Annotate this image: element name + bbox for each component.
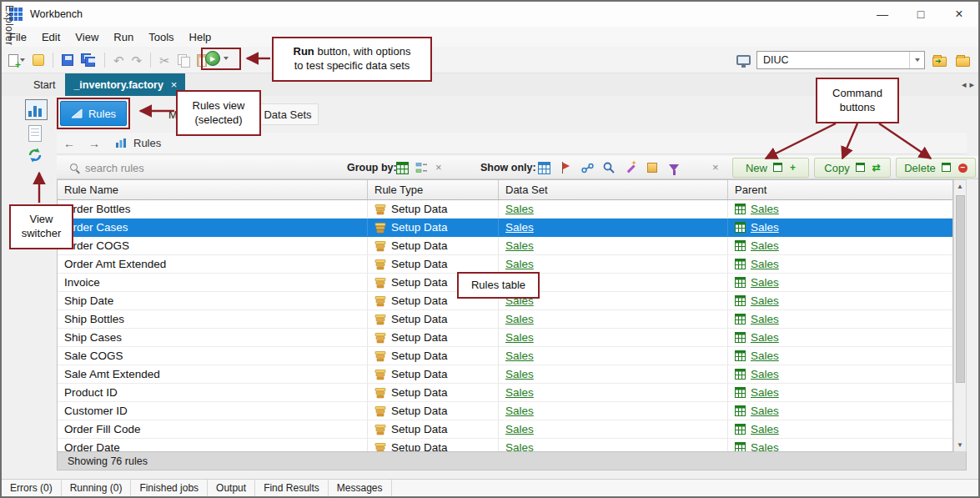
dataset-link[interactable]: Sales <box>505 386 534 399</box>
copy-button[interactable] <box>176 53 191 68</box>
parent-link[interactable]: Sales <box>751 423 779 435</box>
scroll-down-icon[interactable]: ▼ <box>954 439 966 451</box>
close-tab-icon[interactable]: × <box>171 78 178 91</box>
group-by-table-button[interactable] <box>394 160 410 175</box>
search-input[interactable] <box>85 158 294 177</box>
tab-start[interactable]: Start <box>23 73 65 96</box>
table-row[interactable]: Order Date Setup Data Sales Sales <box>58 439 952 452</box>
tab-scroll-left-icon[interactable]: ◂ <box>962 79 967 90</box>
menu-run[interactable]: Run <box>106 27 141 47</box>
redo-button[interactable]: ↷ <box>130 53 144 68</box>
filter-links-button[interactable] <box>579 160 596 175</box>
parent-link[interactable]: Sales <box>751 386 779 399</box>
chevron-down-icon[interactable] <box>909 52 924 68</box>
tab-rules[interactable]: Rules <box>60 101 127 126</box>
view-switcher-charts[interactable] <box>25 99 48 120</box>
table-row[interactable]: Customer ID Setup Data Sales Sales <box>58 402 952 420</box>
filter-box-button[interactable] <box>644 160 661 175</box>
table-row[interactable]: Order Bottles Setup Data Sales Sales <box>58 200 952 219</box>
parent-link[interactable]: Sales <box>751 368 779 380</box>
panel-tab-errors[interactable]: Errors (0) <box>2 480 62 496</box>
clear-show-only-icon[interactable]: × <box>712 161 719 174</box>
tab-data-sets[interactable]: Data Sets <box>257 103 319 125</box>
scrollbar-thumb[interactable] <box>956 195 965 383</box>
machine-selector[interactable]: DIUC <box>756 51 925 69</box>
new-folder-button[interactable] <box>954 53 972 68</box>
panel-tab-running[interactable]: Running (0) <box>62 480 132 496</box>
minimize-button[interactable]: — <box>863 2 902 27</box>
panel-tab-output[interactable]: Output <box>208 480 255 496</box>
panel-tab-finished-jobs[interactable]: Finished jobs <box>131 480 208 496</box>
column-header-rule-name[interactable]: Rule Name <box>58 180 368 199</box>
parent-link[interactable]: Sales <box>751 405 779 417</box>
menu-tools[interactable]: Tools <box>141 27 181 47</box>
parent-link[interactable]: Sales <box>751 203 779 215</box>
dataset-link[interactable]: Sales <box>505 350 534 362</box>
undo-button[interactable]: ↶ <box>112 53 126 68</box>
parent-link[interactable]: Sales <box>751 276 779 289</box>
delete-rule-button[interactable]: Delete – <box>896 158 976 178</box>
dataset-link[interactable]: Sales <box>505 313 534 325</box>
clear-group-by-icon[interactable]: × <box>435 161 442 174</box>
panel-tab-messages[interactable]: Messages <box>329 480 392 496</box>
menu-view[interactable]: View <box>68 27 106 47</box>
table-row[interactable]: Product ID Setup Data Sales Sales <box>58 384 952 402</box>
table-row[interactable]: Sale Amt Extended Setup Data Sales Sales <box>58 365 952 384</box>
menu-edit[interactable]: Edit <box>34 27 68 47</box>
filter-wand-button[interactable] <box>622 160 639 175</box>
column-header-rule-type[interactable]: Rule Type <box>368 180 499 199</box>
parent-link[interactable]: Sales <box>751 350 779 362</box>
parent-link[interactable]: Sales <box>751 239 779 252</box>
table-row[interactable]: Ship Cases Setup Data Sales Sales <box>58 329 952 347</box>
dataset-link[interactable]: Sales <box>505 423 534 435</box>
panel-tab-find-results[interactable]: Find Results <box>255 480 329 496</box>
column-header-parent[interactable]: Parent <box>728 180 949 199</box>
dataset-link[interactable]: Sales <box>505 405 534 417</box>
filter-datasets-button[interactable] <box>535 160 552 175</box>
explorer-panel-tab[interactable]: Explorer <box>3 5 15 80</box>
dataset-link[interactable]: Sales <box>505 258 534 270</box>
parent-link[interactable]: Sales <box>751 258 779 270</box>
parent-link[interactable]: Sales <box>751 313 779 325</box>
dataset-link[interactable]: Sales <box>505 239 534 252</box>
forward-icon[interactable]: → <box>82 137 107 150</box>
parent-link[interactable]: Sales <box>751 331 779 344</box>
parent-link[interactable]: Sales <box>751 221 779 234</box>
filter-funnel-button[interactable] <box>666 160 682 175</box>
view-switcher-refresh[interactable] <box>27 147 43 167</box>
view-switcher-document[interactable] <box>28 125 42 142</box>
dataset-link[interactable]: Sales <box>505 203 534 215</box>
parent-link[interactable]: Sales <box>751 294 779 307</box>
save-all-button[interactable] <box>79 52 98 68</box>
back-icon[interactable]: ← <box>57 137 82 150</box>
table-row[interactable]: Order Cases Setup Data Sales Sales <box>58 219 952 237</box>
table-row[interactable]: Ship Bottles Setup Data Sales Sales <box>58 310 952 329</box>
menu-help[interactable]: Help <box>182 27 219 47</box>
filter-flags-button[interactable] <box>557 160 574 175</box>
open-factory-button[interactable] <box>931 53 948 68</box>
parent-link[interactable]: Sales <box>751 441 779 452</box>
notes-button[interactable] <box>31 53 46 68</box>
table-row[interactable]: Order Amt Extended Setup Data Sales Sale… <box>58 255 952 274</box>
save-button[interactable] <box>60 53 75 68</box>
maximize-button[interactable]: □ <box>902 2 940 27</box>
run-button[interactable]: ▶ <box>205 51 229 66</box>
group-by-hierarchy-button[interactable] <box>414 160 430 175</box>
tab-inventory-factory[interactable]: _inventory.factory × <box>65 73 185 96</box>
copy-rule-button[interactable]: Copy ⇄ <box>814 158 891 178</box>
dataset-link[interactable]: Sales <box>505 441 534 452</box>
table-row[interactable]: Order COGS Setup Data Sales Sales <box>58 237 952 255</box>
column-header-data-set[interactable]: Data Set <box>499 180 728 199</box>
cut-button[interactable]: ✂ <box>158 53 172 68</box>
tab-scroll-right-icon[interactable]: ▸ <box>969 79 974 90</box>
filter-search-button[interactable] <box>601 160 617 175</box>
dataset-link[interactable]: Sales <box>505 368 534 380</box>
new-rule-button[interactable]: New + <box>732 158 809 178</box>
dataset-link[interactable]: Sales <box>505 331 534 344</box>
vertical-scrollbar[interactable]: ▲ ▼ <box>953 179 967 452</box>
dataset-link[interactable]: Sales <box>505 221 534 234</box>
table-row[interactable]: Sale COGS Setup Data Sales Sales <box>58 347 952 365</box>
close-button[interactable]: × <box>940 2 978 27</box>
table-row[interactable]: Order Fill Code Setup Data Sales Sales <box>58 420 952 439</box>
scroll-up-icon[interactable]: ▲ <box>954 180 966 193</box>
